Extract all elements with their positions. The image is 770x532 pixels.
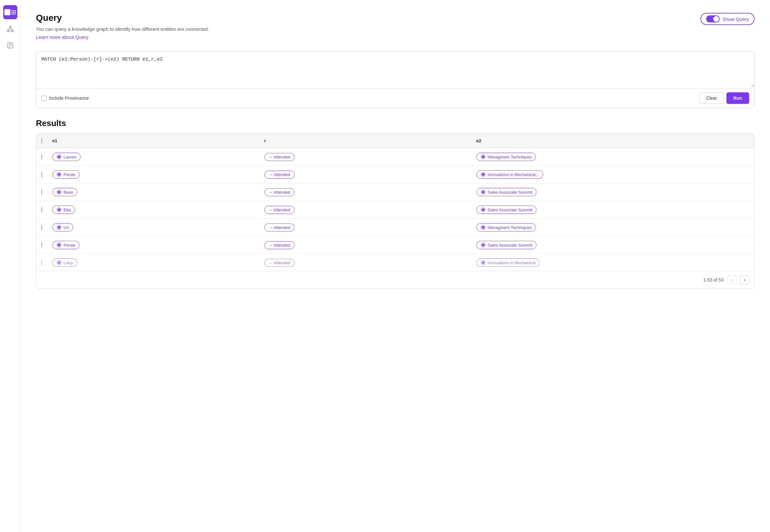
svg-rect-1 [4, 9, 7, 12]
toggle-thumb [713, 16, 719, 22]
svg-rect-4 [8, 13, 10, 15]
cell-r: → Attended [259, 201, 471, 219]
row-checkbox[interactable] [41, 207, 42, 213]
entity-label-e1: Lauren [63, 155, 76, 159]
relation-pill[interactable]: → Attended [264, 188, 294, 196]
select-all-checkbox[interactable] [41, 138, 42, 144]
entity-pill-e2[interactable]: Sales Associate Summit [477, 188, 537, 196]
relation-pill[interactable]: → Attended [264, 259, 294, 267]
page-title: Query [36, 13, 209, 23]
header-left: Query You can query a knowledge graph to… [36, 13, 209, 46]
provenance-checkbox[interactable] [41, 96, 47, 101]
page-description: You can query a knowledge graph to ident… [36, 26, 209, 32]
relation-pill[interactable]: → Attended [264, 153, 294, 161]
entity-pill-e1[interactable]: Persie [52, 241, 80, 249]
svg-rect-3 [4, 13, 7, 15]
cell-e2: Sales Associate Summit [471, 236, 755, 254]
results-table-container: e1 r e2 Lauren→ AttendedManagment Techni… [36, 133, 755, 289]
run-button[interactable]: Run [726, 92, 749, 104]
header-e2: e2 [471, 134, 755, 148]
toggle-track [706, 15, 720, 22]
show-query-toggle-button[interactable]: Show Query [700, 13, 755, 25]
table-header-row: e1 r e2 [36, 134, 754, 148]
cell-r: → Attended [259, 183, 471, 201]
query-footer: Include Provenance Clear Run [36, 88, 754, 108]
cell-e1: Lauren [47, 148, 259, 166]
row-checkbox[interactable] [41, 242, 42, 248]
cell-r: → Attended [259, 236, 471, 254]
table-row: Beau→ AttendedSales Associate Summit [36, 183, 754, 201]
cell-e1: Persie [47, 166, 259, 183]
entity-pill-e2[interactable]: Managment Techniques [477, 153, 536, 161]
cell-e1: Uri [47, 219, 259, 236]
sidebar-table-icon[interactable]: ⊞ [3, 5, 17, 19]
query-box: Include Provenance Clear Run [36, 51, 755, 108]
entity-label-e1: Uri [63, 225, 69, 230]
cell-e1: Larry [47, 254, 259, 272]
include-provenance-label[interactable]: Include Provenance [41, 96, 89, 101]
table-row: Uri→ AttendedManagment Techniques [36, 219, 754, 236]
pagination-prev-button[interactable]: ‹ [727, 275, 736, 284]
pagination-row: 1-53 of 53 ‹ › [36, 271, 754, 288]
learn-more-link[interactable]: Learn more about Query [36, 34, 88, 40]
relation-label: → Attended [268, 243, 290, 248]
svg-rect-2 [8, 9, 10, 12]
entity-pill-e1[interactable]: Etta [52, 206, 75, 214]
row-checkbox[interactable] [41, 260, 42, 266]
relation-pill[interactable]: → Attended [264, 206, 294, 214]
cell-e2: Sales Associate Summit [471, 183, 755, 201]
entity-label-e2: Sales Associate Summit [488, 190, 532, 195]
entity-pill-e1[interactable]: Larry [52, 258, 77, 267]
cell-e1: Etta [47, 201, 259, 219]
table-row: Persie→ AttendedInnovations in Mechanica… [36, 166, 754, 183]
relation-pill[interactable]: → Attended [264, 241, 294, 249]
sidebar-graph-icon[interactable] [3, 22, 17, 36]
entity-label-e2: Managment Techniques [488, 155, 532, 159]
table-row: Etta→ AttendedSales Associate Summit [36, 201, 754, 219]
entity-pill-e2[interactable]: Innovations in Mechanical... [477, 170, 543, 179]
page-header: Query You can query a knowledge graph to… [36, 13, 755, 46]
relation-label: → Attended [268, 225, 290, 230]
svg-point-7 [12, 30, 13, 32]
entity-pill-e1[interactable]: Uri [52, 223, 73, 232]
svg-point-6 [7, 30, 9, 32]
header-r: r [259, 134, 471, 148]
main-content: Query You can query a knowledge graph to… [21, 0, 770, 532]
entity-label-e2: Sales Associate Summit [488, 207, 532, 212]
entity-pill-e2[interactable]: Sales Associate Summit [477, 206, 537, 214]
row-checkbox[interactable] [41, 172, 42, 177]
svg-point-5 [9, 26, 11, 28]
query-input[interactable] [36, 52, 754, 87]
sidebar-edit-icon[interactable] [3, 38, 17, 53]
row-checkbox[interactable] [41, 189, 42, 195]
relation-label: → Attended [268, 172, 290, 177]
table-row: Larry→ AttendedInnovations in Mechanical [36, 254, 754, 272]
header-checkbox-cell [36, 134, 47, 148]
svg-line-9 [10, 28, 13, 30]
provenance-text: Include Provenance [49, 96, 89, 101]
relation-pill[interactable]: → Attended [264, 224, 294, 232]
cell-e2: Innovations in Mechanical... [471, 166, 755, 183]
query-buttons: Clear Run [699, 92, 749, 104]
entity-pill-e2[interactable]: Innovations in Mechanical [477, 258, 540, 267]
entity-pill-e1[interactable]: Persie [52, 170, 80, 179]
entity-label-e1: Etta [63, 207, 71, 212]
relation-pill[interactable]: → Attended [264, 171, 294, 179]
show-query-label: Show Query [722, 16, 749, 22]
entity-label-e1: Beau [63, 190, 73, 195]
relation-label: → Attended [268, 207, 290, 212]
entity-pill-e1[interactable]: Lauren [52, 153, 80, 161]
cell-e2: Innovations in Mechanical [471, 254, 755, 272]
entity-pill-e2[interactable]: Sales Associate Summit [477, 241, 537, 249]
entity-pill-e2[interactable]: Managment Techniques [477, 223, 536, 232]
results-title: Results [36, 118, 755, 128]
row-checkbox[interactable] [41, 224, 42, 230]
clear-button[interactable]: Clear [699, 92, 723, 104]
table-row: Persie→ AttendedSales Associate Summit [36, 236, 754, 254]
cell-r: → Attended [259, 148, 471, 166]
header-e1: e1 [47, 134, 259, 148]
pagination-next-button[interactable]: › [740, 275, 749, 284]
entity-pill-e1[interactable]: Beau [52, 188, 77, 196]
row-checkbox[interactable] [41, 154, 42, 160]
entity-label-e1: Persie [63, 172, 75, 177]
